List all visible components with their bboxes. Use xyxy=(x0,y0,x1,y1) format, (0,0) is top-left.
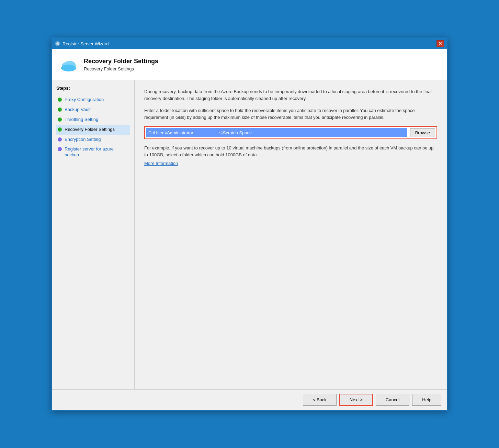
more-info-link[interactable]: More Information xyxy=(144,161,178,166)
sidebar-title: Steps: xyxy=(56,86,130,91)
main-window: Register Server Wizard ✕ Recovery Folder… xyxy=(52,37,447,411)
title-bar: Register Server Wizard ✕ xyxy=(52,38,447,49)
window-title: Register Server Wizard xyxy=(63,41,109,46)
sidebar-item-recovery-folder[interactable]: Recovery Folder Settings xyxy=(56,125,130,135)
sidebar-label-recovery-folder: Recovery Folder Settings xyxy=(65,127,115,133)
sidebar-label-proxy-config: Proxy Configuration xyxy=(65,97,104,103)
svg-point-8 xyxy=(62,65,76,70)
sidebar-item-proxy-config[interactable]: Proxy Configuration xyxy=(56,95,130,105)
close-button[interactable]: ✕ xyxy=(436,40,444,47)
main-content: Steps: Proxy Configuration Backup Vault … xyxy=(52,80,447,389)
folder-input-row: Browse xyxy=(144,126,437,139)
header-text: Recovery Folder Settings Recovery Folder… xyxy=(84,58,158,71)
sidebar-item-encryption[interactable]: Encryption Setting xyxy=(56,135,130,145)
dot-throttling xyxy=(58,117,62,122)
dot-encryption xyxy=(58,137,62,142)
page-subtitle: Recovery Folder Settings xyxy=(84,66,158,71)
dot-recovery-folder xyxy=(58,127,62,132)
app-icon xyxy=(55,41,60,46)
next-button[interactable]: Next > xyxy=(339,394,373,406)
page-title: Recovery Folder Settings xyxy=(84,58,158,65)
sidebar-item-register-server[interactable]: Register server for azure backup xyxy=(56,144,130,160)
sidebar: Steps: Proxy Configuration Backup Vault … xyxy=(52,80,135,389)
header-section: Recovery Folder Settings Recovery Folder… xyxy=(52,49,447,80)
description1: During recovery, backup data from the Az… xyxy=(144,88,437,102)
svg-point-1 xyxy=(56,42,59,45)
dot-backup-vault xyxy=(58,108,62,112)
sidebar-label-encryption: Encryption Setting xyxy=(65,137,101,143)
folder-path-input[interactable] xyxy=(146,128,407,137)
description2: Enter a folder location with sufficient … xyxy=(144,107,437,121)
dot-register-server xyxy=(58,147,62,151)
sidebar-label-register-server: Register server for azure backup xyxy=(65,146,129,158)
cloud-icon xyxy=(59,56,78,73)
help-button[interactable]: Help xyxy=(412,394,441,406)
sidebar-label-throttling: Throttling Setting xyxy=(65,117,98,123)
example-text: For example, if you want to recover up t… xyxy=(144,145,437,158)
sidebar-item-throttling[interactable]: Throttling Setting xyxy=(56,115,130,125)
back-button[interactable]: < Back xyxy=(303,394,337,406)
sidebar-item-backup-vault[interactable]: Backup Vault xyxy=(56,105,130,115)
content-area: During recovery, backup data from the Az… xyxy=(135,80,447,389)
cancel-button[interactable]: Cancel xyxy=(376,394,409,406)
dot-proxy-config xyxy=(58,98,62,102)
title-bar-left: Register Server Wizard xyxy=(55,41,109,46)
browse-button[interactable]: Browse xyxy=(410,128,435,137)
sidebar-label-backup-vault: Backup Vault xyxy=(65,107,91,113)
bottom-bar: < Back Next > Cancel Help xyxy=(52,389,447,410)
